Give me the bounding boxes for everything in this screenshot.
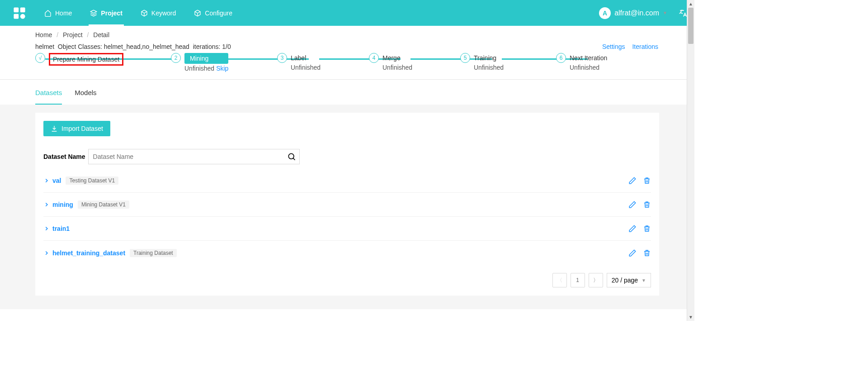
user-avatar: A xyxy=(599,7,611,19)
step-merge[interactable]: 4 Merge Unfinished xyxy=(369,53,412,71)
edit-icon[interactable] xyxy=(628,225,637,233)
iterations-value: 1/0 xyxy=(222,43,231,50)
step-mining[interactable]: 2 Mining UnfinishedSkip xyxy=(171,53,228,72)
project-meta: helmet Object Classes: helmet_head,no_he… xyxy=(0,41,694,53)
progress-steps: √ Prepare Mining Dataset 2 Mining Unfini… xyxy=(35,53,681,79)
nav-project-label: Project xyxy=(101,10,122,17)
step-label: Mining xyxy=(184,53,228,64)
step-label-text: Next Iteration xyxy=(570,53,607,63)
pager-next[interactable]: 〉 xyxy=(589,273,603,287)
expand-icon[interactable] xyxy=(43,250,50,256)
delete-icon[interactable] xyxy=(643,225,651,233)
step-training[interactable]: 5 Training Unfinished xyxy=(460,53,504,71)
import-button-label: Import Dataset xyxy=(61,125,103,132)
expand-icon[interactable] xyxy=(43,177,50,184)
scroll-up-icon[interactable]: ▲ xyxy=(687,0,694,8)
tab-datasets[interactable]: Datasets xyxy=(35,81,62,105)
dataset-name[interactable]: train1 xyxy=(52,225,70,232)
breadcrumb: Home / Project / Detail xyxy=(0,26,694,41)
dataset-row: helmet_training_datasetTraining Dataset xyxy=(43,241,651,265)
dataset-tag: Training Dataset xyxy=(130,249,177,257)
iterations-link[interactable]: Iterations xyxy=(632,43,658,50)
chevron-down-icon: ▼ xyxy=(663,10,667,15)
vertical-scrollbar[interactable]: ▲ ▼ xyxy=(687,0,694,321)
nav-configure-label: Configure xyxy=(205,10,232,17)
step-label[interactable]: 3 Label Unfinished xyxy=(277,53,321,71)
svg-rect-1 xyxy=(20,7,25,12)
nav-home-label: Home xyxy=(55,10,72,17)
skip-link[interactable]: Skip xyxy=(216,65,228,72)
dataset-name-input[interactable] xyxy=(88,149,300,164)
pager-prev[interactable]: 〈 xyxy=(552,273,567,287)
breadcrumb-home[interactable]: Home xyxy=(35,31,52,38)
pager-page[interactable]: 1 xyxy=(571,273,585,287)
user-menu[interactable]: A alfrat@in.com ▼ xyxy=(594,7,672,19)
step-number: 6 xyxy=(556,53,566,63)
dataset-row: valTesting Dataset V1 xyxy=(43,169,651,193)
cube-icon xyxy=(141,10,148,17)
step-number: 3 xyxy=(277,53,287,63)
delete-icon[interactable] xyxy=(643,177,651,185)
step-next-iteration[interactable]: 6 Next Iteration Unfinished xyxy=(556,53,607,71)
app-logo[interactable] xyxy=(4,0,35,26)
download-icon xyxy=(51,125,58,132)
dataset-row: train1 xyxy=(43,217,651,241)
step-sub: Unfinished xyxy=(474,64,504,71)
step-label-text: Merge xyxy=(382,53,412,63)
expand-icon[interactable] xyxy=(43,225,50,232)
import-dataset-button[interactable]: Import Dataset xyxy=(43,121,110,136)
project-name: helmet xyxy=(35,43,54,50)
dataset-name[interactable]: helmet_training_dataset xyxy=(52,249,125,257)
svg-rect-0 xyxy=(14,7,19,12)
step-number: 4 xyxy=(369,53,379,63)
edit-icon[interactable] xyxy=(628,177,637,185)
edit-icon[interactable] xyxy=(628,201,637,209)
step-prepare-mining[interactable]: √ Prepare Mining Dataset xyxy=(35,53,123,66)
pager-size-label: 20 / page xyxy=(612,277,638,284)
content-tabs: Datasets Models xyxy=(0,79,694,105)
nav-configure[interactable]: Configure xyxy=(185,0,241,26)
breadcrumb-project[interactable]: Project xyxy=(63,31,83,38)
tab-models[interactable]: Models xyxy=(75,81,96,105)
dataset-name[interactable]: mining xyxy=(52,201,73,208)
pager-size-select[interactable]: 20 / page ▼ xyxy=(607,273,651,287)
nav-keyword[interactable]: Keyword xyxy=(132,0,185,26)
search-label: Dataset Name xyxy=(43,153,85,160)
settings-link[interactable]: Settings xyxy=(602,43,625,50)
step-label-text: Label xyxy=(291,53,321,63)
dataset-tag: Mining Dataset V1 xyxy=(78,201,129,209)
user-email: alfrat@in.com xyxy=(614,9,659,17)
home-icon xyxy=(44,10,52,17)
search-icon[interactable] xyxy=(287,152,296,161)
step-sub: Unfinished xyxy=(291,64,321,71)
dataset-name[interactable]: val xyxy=(52,177,61,184)
cube-icon xyxy=(194,10,201,17)
top-navbar: Home Project Keyword Configure A alfrat@… xyxy=(0,0,694,26)
dataset-row: miningMining Dataset V1 xyxy=(43,193,651,217)
step-label: Prepare Mining Dataset xyxy=(49,53,123,66)
scroll-down-icon[interactable]: ▼ xyxy=(687,313,694,321)
chevron-down-icon: ▼ xyxy=(642,278,646,283)
expand-icon[interactable] xyxy=(43,201,50,208)
datasets-card: Import Dataset Dataset Name valTesting D… xyxy=(35,113,659,296)
svg-point-3 xyxy=(20,14,25,19)
classes-label: Object Classes: xyxy=(58,43,102,50)
nav-home[interactable]: Home xyxy=(35,0,81,26)
edit-icon[interactable] xyxy=(628,249,637,257)
step-sub: Unfinished xyxy=(382,64,412,71)
scroll-thumb[interactable] xyxy=(688,8,693,44)
svg-point-4 xyxy=(288,153,294,159)
dataset-tag: Testing Dataset V1 xyxy=(66,177,118,185)
delete-icon[interactable] xyxy=(643,249,651,257)
nav-project[interactable]: Project xyxy=(81,0,131,26)
classes-value: helmet_head,no_helmet_head xyxy=(104,43,189,50)
svg-rect-2 xyxy=(14,14,19,19)
meta-links: Settings Iterations xyxy=(597,43,658,50)
step-label-text: Training xyxy=(474,53,504,63)
translate-icon xyxy=(679,9,688,18)
step-sub: Unfinished xyxy=(184,65,214,72)
iterations-label: iterations: xyxy=(193,43,221,50)
breadcrumb-detail: Detail xyxy=(93,31,109,38)
step-sub: Unfinished xyxy=(570,64,607,71)
delete-icon[interactable] xyxy=(643,201,651,209)
